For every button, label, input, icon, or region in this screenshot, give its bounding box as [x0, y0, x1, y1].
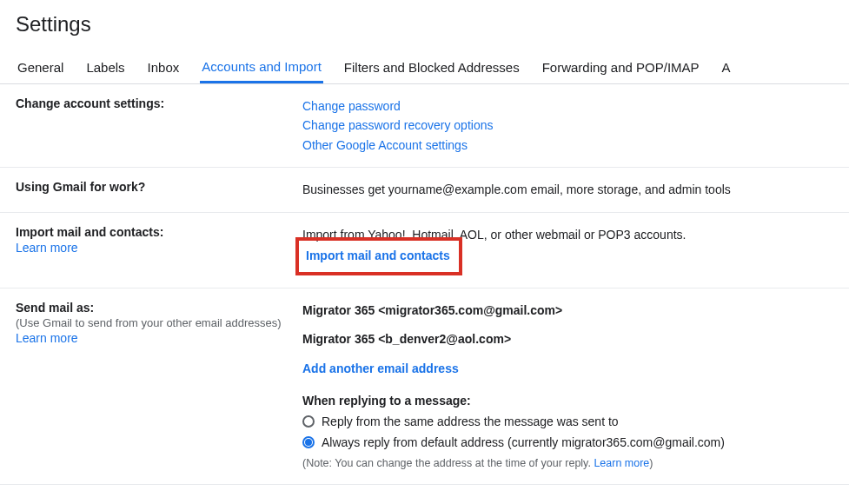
import-mail-contacts-label: Import mail and contacts: — [16, 225, 302, 239]
tab-filters[interactable]: Filters and Blocked Addresses — [342, 50, 521, 83]
add-another-email-link[interactable]: Add another email address — [302, 361, 459, 375]
change-recovery-link[interactable]: Change password recovery options — [302, 118, 493, 132]
send-as-address-2: Migrator 365 <b_denver2@aol.com> — [302, 329, 849, 348]
reply-note-suffix: ) — [649, 457, 653, 469]
send-as-address-1: Migrator 365 <migrator365.com@gmail.com> — [302, 301, 849, 320]
reply-same-address-radio[interactable] — [302, 415, 315, 428]
import-learn-more-link[interactable]: Learn more — [16, 241, 78, 255]
reply-default-address-radio[interactable] — [302, 436, 315, 448]
change-password-link[interactable]: Change password — [302, 99, 401, 113]
section-using-gmail-for-work: Using Gmail for work? Businesses get you… — [0, 168, 849, 212]
tab-forwarding[interactable]: Forwarding and POP/IMAP — [541, 50, 701, 83]
using-gmail-for-work-label: Using Gmail for work? — [16, 180, 302, 194]
change-account-settings-label: Change account settings: — [16, 96, 302, 110]
send-mail-as-label: Send mail as: — [16, 301, 302, 315]
section-change-account-settings: Change account settings: Change password… — [0, 84, 849, 168]
reply-default-address-label: Always reply from default address (curre… — [322, 433, 725, 452]
tabs-bar: General Labels Inbox Accounts and Import… — [0, 49, 849, 84]
reply-same-address-label: Reply from the same address the message … — [322, 412, 619, 431]
using-gmail-for-work-text: Businesses get yourname@example.com emai… — [302, 182, 731, 196]
other-google-settings-link[interactable]: Other Google Account settings — [302, 138, 468, 152]
import-mail-and-contacts-link[interactable]: Import mail and contacts — [306, 249, 450, 262]
send-mail-as-sublabel: (Use Gmail to send from your other email… — [16, 316, 302, 329]
send-mail-as-learn-more-link[interactable]: Learn more — [16, 331, 78, 345]
reply-note: (Note: You can change the address at the… — [302, 454, 849, 472]
tab-addons-cut[interactable]: A — [720, 50, 733, 83]
tab-inbox[interactable]: Inbox — [146, 50, 182, 83]
import-highlight-box: Import mail and contacts — [295, 237, 462, 275]
tab-general[interactable]: General — [16, 50, 65, 83]
tab-labels[interactable]: Labels — [84, 50, 126, 83]
reply-note-learn-more-link[interactable]: Learn more — [594, 457, 649, 469]
page-title: Settings — [0, 0, 849, 49]
section-send-mail-as: Send mail as: (Use Gmail to send from yo… — [0, 288, 849, 484]
reply-note-prefix: (Note: You can change the address at the… — [302, 457, 594, 469]
reply-heading: When replying to a message: — [302, 391, 849, 410]
tab-accounts-and-import[interactable]: Accounts and Import — [200, 49, 323, 83]
section-import-mail-contacts: Import mail and contacts: Learn more Imp… — [0, 213, 849, 289]
